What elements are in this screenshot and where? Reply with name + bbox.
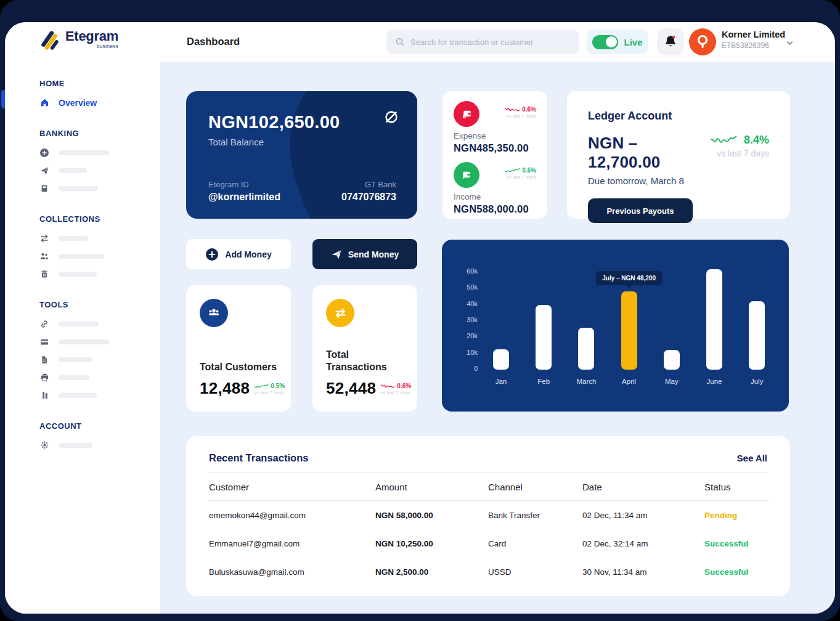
sidebar-section-label: TOOLS <box>39 300 160 309</box>
sidebar-section: TOOLS <box>39 300 160 400</box>
chart-bar-may[interactable] <box>664 350 680 370</box>
box-icon <box>39 391 49 400</box>
column-header: Customer <box>209 482 375 492</box>
ledger-due-date: Due tomorrow, March 8 <box>588 176 711 186</box>
transaction-status: Successful <box>704 567 767 577</box>
income-wallet-icon <box>454 162 479 188</box>
sidebar-item[interactable] <box>39 440 160 450</box>
ledger-account-card: Ledger Account NGN – 12,700.00 Due tomor… <box>567 91 790 219</box>
sidebar-item[interactable] <box>39 336 160 347</box>
sidebar-section-label: ACCOUNT <box>39 421 160 431</box>
column-header: Date <box>582 482 704 492</box>
plus-circle-icon <box>39 148 49 158</box>
expense-wallet-icon <box>454 101 479 127</box>
bell-icon <box>663 34 679 50</box>
sidebar-item[interactable] <box>39 165 160 176</box>
sidebar-item-placeholder <box>59 150 109 155</box>
income-period: vs last 7 days <box>504 174 536 180</box>
recent-transactions-card: Recent Transactions See All CustomerAmou… <box>186 436 790 596</box>
column-header: Channel <box>488 482 582 492</box>
bar-chart: 60k50k40k30k20k10k0JanFebMarchAprilMayJu… <box>442 240 789 412</box>
sidebar-item[interactable] <box>39 354 160 365</box>
chart-bar-june[interactable] <box>706 269 722 370</box>
expense-delta: 0.6% <box>522 106 536 113</box>
x-axis-label: Jan <box>480 378 522 385</box>
sidebar-item[interactable] <box>39 319 160 329</box>
transaction-channel: Bank Transfer <box>488 511 582 520</box>
y-axis-tick: 30k <box>442 316 478 323</box>
transaction-channel: USSD <box>488 567 582 577</box>
transactions-delta: 0.6% <box>397 383 411 389</box>
transaction-customer: ememokon44@gmail.com <box>209 511 375 520</box>
sidebar-item[interactable] <box>39 269 160 279</box>
sidebar-item-overview[interactable]: Overview <box>39 97 160 108</box>
expense-income-card: 0.6% vs last 7 days Expense NGN485,350.0… <box>442 91 547 219</box>
avatar[interactable] <box>689 28 716 55</box>
sidebar-item[interactable] <box>39 251 160 261</box>
previous-payouts-button[interactable]: Previous Payouts <box>588 198 693 223</box>
column-header: Amount <box>375 482 488 492</box>
search-input[interactable] <box>410 38 571 47</box>
income-block: 0.5% vs last 7 days Income NGN588,000.00 <box>454 162 536 215</box>
transactions-period: vs last 7 days <box>380 390 411 396</box>
sidebar-section-label: BANKING <box>39 129 160 138</box>
y-axis-tick: 40k <box>442 300 478 307</box>
chart-bar-feb[interactable] <box>536 305 552 370</box>
add-money-button[interactable]: Add Money <box>186 239 291 269</box>
y-axis-tick: 20k <box>442 332 478 339</box>
send-money-button[interactable]: Send Money <box>312 239 417 269</box>
chart-bar-april[interactable] <box>621 291 637 370</box>
ledger-sparkline-icon <box>711 136 740 145</box>
see-all-link[interactable]: See All <box>737 453 767 463</box>
transactions-label: Total Transactions <box>326 349 404 373</box>
customers-icon <box>200 299 228 327</box>
sidebar-section-label: COLLECTIONS <box>39 214 160 224</box>
user-menu[interactable]: Korner Limited ETB53826396 <box>722 30 785 51</box>
chart-bar-march[interactable] <box>578 328 594 370</box>
transaction-channel: Card <box>488 539 582 548</box>
user-id: ETB53826396 <box>722 41 785 50</box>
printer-icon <box>39 373 49 382</box>
user-name: Korner Limited <box>722 30 785 40</box>
x-axis-label: Feb <box>523 378 565 385</box>
chevron-down-icon[interactable] <box>785 38 794 47</box>
transaction-date: 02 Dec, 11:34 am <box>582 511 704 520</box>
total-balance-amount: NGN102,650.00 <box>208 112 395 132</box>
customers-label: Total Customers <box>200 361 277 373</box>
etegram-id-value: @kornerlimited <box>208 192 280 203</box>
sidebar-item[interactable] <box>39 233 160 243</box>
sidebar-sections: HOMEOverviewBANKINGCOLLECTIONSTOOLSACCOU… <box>39 79 160 450</box>
document-icon <box>39 355 49 364</box>
chart-bar-july[interactable] <box>749 301 765 370</box>
chart-bar-jan[interactable] <box>493 349 509 370</box>
sidebar-item-placeholder <box>59 322 99 327</box>
table-row: Buluskasuwa@gmail.comNGN 2,500.00USSD30 … <box>208 558 769 586</box>
table-row: ememokon44@gmail.comNGN 58,000.00Bank Tr… <box>208 501 769 529</box>
transaction-date: 30 Nov, 11:34 am <box>582 567 704 577</box>
live-label: Live <box>624 37 642 47</box>
x-axis-label: March <box>565 378 607 385</box>
expense-label: Expense <box>454 131 536 140</box>
brand-subtitle: business <box>65 44 118 49</box>
transaction-date: 02 Dec, 32:14 am <box>582 539 704 548</box>
notifications-button[interactable] <box>657 28 684 55</box>
card-icon <box>39 184 49 193</box>
sidebar-item-placeholder <box>59 443 92 448</box>
y-axis-tick: 10k <box>442 349 478 356</box>
table-body: ememokon44@gmail.comNGN 58,000.00Bank Tr… <box>208 501 769 586</box>
eye-off-icon[interactable] <box>383 108 400 126</box>
sidebar-item[interactable] <box>39 390 160 400</box>
search-icon <box>395 37 405 47</box>
sidebar-item[interactable] <box>39 372 160 383</box>
sidebar-item[interactable] <box>39 147 160 158</box>
sidebar-item[interactable] <box>39 183 160 193</box>
transaction-customer: Buluskasuwa@gmail.com <box>209 567 375 577</box>
paper-plane-icon <box>331 249 342 260</box>
live-toggle[interactable] <box>592 35 618 49</box>
sidebar-item-placeholder <box>59 236 88 241</box>
brand-name: Etegram <box>65 30 118 43</box>
y-axis-tick: 0 <box>442 365 478 372</box>
sidebar-item-placeholder <box>59 168 87 173</box>
search-bar[interactable] <box>386 30 579 54</box>
expense-block: 0.6% vs last 7 days Expense NGN485,350.0… <box>454 101 536 154</box>
